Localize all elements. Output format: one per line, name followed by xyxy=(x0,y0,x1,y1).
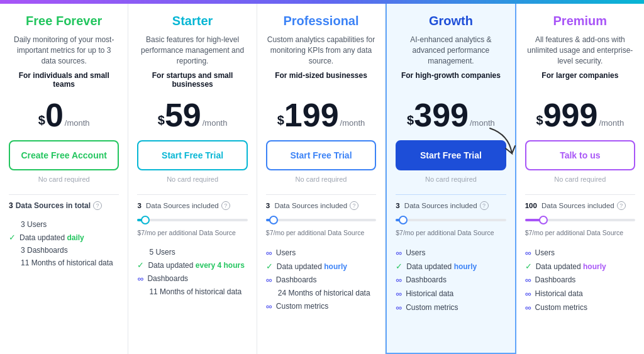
data-sources-label-premium: 100 Data Sources included ? xyxy=(525,201,635,210)
feature-item: ∞Historical data xyxy=(396,289,506,299)
info-icon-growth[interactable]: ? xyxy=(480,201,489,210)
data-sources-label-starter: 3 Data Sources included ? xyxy=(137,201,247,210)
price-amount-growth: 399 xyxy=(414,99,469,131)
feature-text: Data updated hourly xyxy=(277,262,347,271)
plan-desc-premium: All features & add-ons with unlimited us… xyxy=(525,35,635,66)
price-amount-professional: 199 xyxy=(284,99,339,131)
feature-text: Data updated every 4 hours xyxy=(148,261,244,270)
divider-growth xyxy=(396,194,506,195)
cta-btn-growth[interactable]: Start Free Trial xyxy=(396,140,506,170)
feature-highlight: hourly xyxy=(583,262,606,271)
plan-tagline-premium: For larger companies xyxy=(525,71,635,91)
slider-professional[interactable] xyxy=(266,214,376,226)
feature-item: 11 Months of historical data xyxy=(137,287,247,296)
feature-text: 5 Users xyxy=(149,248,175,257)
features-list-growth: ∞Users✓Data updated hourly∞Dashboards∞Hi… xyxy=(396,248,506,345)
cta-btn-professional[interactable]: Start Free Trial xyxy=(266,140,376,170)
check-icon: ✓ xyxy=(137,260,144,270)
price-amount-premium: 999 xyxy=(543,99,598,131)
plan-tagline-free: For individuals and small teams xyxy=(9,71,119,91)
price-amount-starter: 59 xyxy=(165,99,201,131)
plan-col-starter: StarterBasic features for high-level per… xyxy=(128,4,257,354)
slider-premium[interactable] xyxy=(525,214,635,226)
feature-text: Dashboards xyxy=(535,275,576,284)
cta-btn-starter[interactable]: Start Free Trial xyxy=(137,140,247,170)
feature-text: Users xyxy=(406,248,425,257)
slider-growth[interactable] xyxy=(396,214,506,226)
feature-item: 11 Months of historical data xyxy=(9,258,119,267)
info-icon-professional[interactable]: ? xyxy=(350,201,358,210)
no-card-growth: No card required xyxy=(396,175,506,183)
price-row-free: $ 0 /month xyxy=(9,99,119,131)
divider-starter xyxy=(137,194,247,195)
plan-desc-starter: Basic features for high-level performanc… xyxy=(137,35,247,66)
pricing-table: Free ForeverDaily monitoring of your mos… xyxy=(0,4,644,354)
slider-track-professional xyxy=(266,219,376,221)
inf-icon: ∞ xyxy=(525,248,531,258)
plan-name-starter: Starter xyxy=(137,14,247,28)
plan-desc-free: Daily monitoring of your most-important … xyxy=(9,35,119,66)
slider-track-growth xyxy=(396,219,506,221)
check-icon: ✓ xyxy=(266,262,273,271)
slider-thumb-growth xyxy=(399,216,408,224)
info-icon-starter[interactable]: ? xyxy=(221,201,230,210)
feature-item: 24 Months of historical data xyxy=(266,289,376,297)
feature-item: ✓Data updated hourly xyxy=(396,262,506,271)
slider-track-starter xyxy=(137,219,247,221)
feature-text: Data updated daily xyxy=(19,233,84,242)
feature-text: Data updated hourly xyxy=(406,262,477,271)
feature-item: 3 Users xyxy=(9,220,119,229)
feature-text: Historical data xyxy=(535,289,583,298)
slider-thumb-premium xyxy=(539,216,548,224)
features-list-starter: 5 Users✓Data updated every 4 hours∞Dashb… xyxy=(137,248,247,346)
inf-icon: ∞ xyxy=(525,289,531,299)
per-source-premium: $7/mo per additional Data Source xyxy=(525,229,635,236)
price-dollar-professional: $ xyxy=(277,113,284,128)
free-ds-text: 3 Data Sources in total ? xyxy=(9,201,119,210)
price-dollar-starter: $ xyxy=(158,113,165,128)
price-period-professional: /month xyxy=(340,118,365,128)
slider-starter[interactable] xyxy=(137,214,247,226)
inf-icon: ∞ xyxy=(396,248,402,258)
feature-item: ∞Dashboards xyxy=(396,275,506,285)
feature-text: Users xyxy=(276,248,296,257)
feature-highlight: hourly xyxy=(324,262,347,271)
divider-premium xyxy=(525,194,635,195)
feature-text: 11 Months of historical data xyxy=(21,258,113,267)
feature-highlight: hourly xyxy=(454,262,477,271)
plan-name-professional: Professional xyxy=(266,14,376,28)
inf-icon: ∞ xyxy=(525,275,531,285)
cta-btn-free[interactable]: Create Free Account xyxy=(9,140,119,170)
data-sources-label-professional: 3 Data Sources included ? xyxy=(266,201,376,210)
feature-text: Custom metrics xyxy=(535,303,587,312)
feature-item: ∞Dashboards xyxy=(137,274,247,284)
cta-btn-premium[interactable]: Talk to us xyxy=(525,140,635,170)
per-source-starter: $7/mo per additional Data Source xyxy=(137,229,247,236)
plan-col-professional: ProfessionalCustom analytics capabilitie… xyxy=(257,4,386,354)
features-list-free: 3 Users✓Data updated daily3 Dashboards11… xyxy=(9,220,119,346)
info-icon-free[interactable]: ? xyxy=(93,201,102,210)
per-source-professional: $7/mo per additional Data Source xyxy=(266,229,376,236)
no-card-premium: No card required xyxy=(525,175,635,183)
feature-text: Users xyxy=(535,248,555,257)
feature-highlight: daily xyxy=(67,233,84,242)
inf-icon: ∞ xyxy=(396,289,402,299)
price-row-professional: $ 199 /month xyxy=(266,99,376,131)
feature-item: 5 Users xyxy=(137,248,247,257)
price-period-growth: /month xyxy=(470,118,495,128)
feature-item: ∞Dashboards xyxy=(266,275,376,285)
feature-text: 11 Months of historical data xyxy=(149,287,242,296)
price-dollar-free: $ xyxy=(38,113,45,128)
price-dollar-growth: $ xyxy=(407,113,414,128)
feature-item: ∞Historical data xyxy=(525,289,635,299)
check-icon: ✓ xyxy=(9,233,16,242)
feature-text: Data updated hourly xyxy=(536,262,606,271)
data-sources-label-growth: 3 Data Sources included ? xyxy=(396,201,506,210)
feature-item: ∞Custom metrics xyxy=(525,302,635,313)
price-period-free: /month xyxy=(65,118,90,128)
feature-text: 24 Months of historical data xyxy=(278,289,370,297)
inf-icon: ∞ xyxy=(137,274,143,284)
feature-text: Dashboards xyxy=(406,275,447,284)
plan-desc-growth: AI-enhanced analytics & advanced perform… xyxy=(396,35,506,66)
info-icon-premium[interactable]: ? xyxy=(617,201,626,210)
